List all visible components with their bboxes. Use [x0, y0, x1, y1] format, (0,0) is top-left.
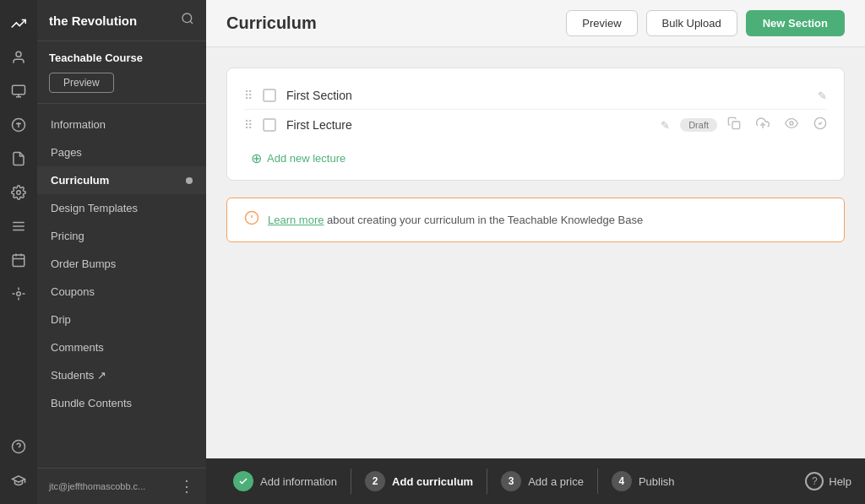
learn-more-link[interactable]: Learn more — [268, 214, 324, 226]
info-banner: Learn more about creating your curriculu… — [226, 198, 845, 242]
step-1[interactable]: Add information — [220, 458, 351, 504]
add-lecture-button[interactable]: ⊕ Add new lecture — [244, 140, 827, 166]
draft-badge: Draft — [680, 118, 717, 132]
sidebar-preview-button[interactable]: Preview — [49, 73, 114, 93]
svg-point-0 — [16, 51, 21, 57]
sidebar: the Revolution Teachable Course Preview … — [37, 0, 206, 504]
step-3[interactable]: 3 Add a price — [487, 458, 597, 504]
svg-point-15 — [17, 292, 21, 296]
svg-point-7 — [17, 191, 21, 195]
sidebar-item-design-templates[interactable]: Design Templates — [37, 194, 206, 222]
sidebar-item-pricing[interactable]: Pricing — [37, 222, 206, 250]
sidebar-item-drip[interactable]: Drip — [37, 306, 206, 333]
curriculum-content: ⠿ First Section ✎ ⠿ First Lecture ✎ Draf… — [206, 47, 865, 458]
step-4-label: Publish — [639, 475, 675, 488]
nav-icon-hub[interactable] — [3, 279, 34, 309]
svg-point-22 — [182, 14, 192, 23]
sidebar-nav: Information Pages Curriculum Design Temp… — [37, 104, 206, 468]
header-actions: Preview Bulk Upload New Section — [566, 10, 845, 36]
help-circle-icon: ? — [805, 472, 824, 490]
sidebar-item-students[interactable]: Students ↗ — [37, 361, 206, 389]
new-section-button[interactable]: New Section — [746, 10, 845, 36]
app-title: the Revolution — [49, 14, 137, 28]
course-title: Teachable Course — [49, 51, 194, 64]
sidebar-item-information[interactable]: Information — [37, 111, 206, 138]
more-icon[interactable]: ⋮ — [179, 477, 194, 496]
section-card: ⠿ First Section ✎ ⠿ First Lecture ✎ Draf… — [226, 68, 845, 181]
nav-icon-question[interactable] — [3, 431, 34, 462]
search-icon[interactable] — [181, 12, 194, 29]
nav-icon-bars[interactable] — [3, 211, 34, 241]
step-3-num: 3 — [501, 471, 521, 491]
step-1-num — [233, 471, 253, 491]
section-row: ⠿ First Section ✎ — [244, 82, 827, 109]
footer-email: jtc@jeffthomascobb.c... — [49, 481, 145, 491]
main-content: Curriculum Preview Bulk Upload New Secti… — [206, 0, 865, 504]
nav-icon-monitor[interactable] — [3, 76, 34, 106]
bulk-upload-button[interactable]: Bulk Upload — [646, 10, 737, 36]
svg-rect-1 — [13, 85, 25, 95]
page-title: Curriculum — [226, 14, 317, 33]
svg-line-23 — [190, 21, 193, 24]
check-circle-icon[interactable] — [813, 117, 827, 133]
step-4-num: 4 — [612, 471, 632, 491]
section-edit-icon[interactable]: ✎ — [818, 89, 827, 102]
step-4[interactable]: 4 Publish — [598, 458, 688, 504]
sidebar-item-pages[interactable]: Pages — [37, 138, 206, 166]
nav-icon-user[interactable] — [3, 42, 34, 73]
bottom-bar: Add information 2 Add curriculum 3 Add a… — [206, 458, 865, 504]
info-icon — [244, 210, 259, 230]
sidebar-item-coupons[interactable]: Coupons — [37, 278, 206, 306]
drag-handle-section[interactable]: ⠿ — [244, 89, 253, 102]
course-section: Teachable Course Preview — [37, 41, 206, 104]
nav-icon-trend[interactable] — [3, 8, 34, 39]
icon-bar — [0, 0, 37, 504]
plus-circle-icon: ⊕ — [251, 150, 262, 166]
help-label: Help — [829, 475, 851, 488]
lecture-edit-icon[interactable]: ✎ — [661, 119, 670, 132]
lecture-row: ⠿ First Lecture ✎ Draft — [244, 109, 827, 140]
lecture-checkbox[interactable] — [263, 118, 276, 132]
nav-icon-pages[interactable] — [3, 144, 34, 174]
active-indicator — [186, 177, 193, 184]
svg-point-26 — [790, 122, 793, 125]
nav-icon-calendar[interactable] — [3, 245, 34, 275]
help-button[interactable]: ? Help — [805, 472, 851, 490]
upload-icon[interactable] — [756, 117, 770, 133]
sidebar-item-order-bumps[interactable]: Order Bumps — [37, 250, 206, 278]
copy-icon[interactable] — [727, 117, 741, 133]
step-2-num: 2 — [365, 471, 385, 491]
step-3-label: Add a price — [528, 475, 584, 488]
nav-icon-graduate[interactable] — [3, 465, 34, 496]
sidebar-item-comments[interactable]: Comments — [37, 333, 206, 361]
step-1-label: Add information — [260, 475, 337, 488]
svg-rect-11 — [13, 255, 24, 267]
sidebar-item-bundle-contents[interactable]: Bundle Contents — [37, 389, 206, 417]
drag-handle-lecture[interactable]: ⠿ — [244, 118, 253, 132]
svg-rect-24 — [732, 122, 740, 129]
sidebar-footer: jtc@jeffthomascobb.c... ⋮ — [37, 468, 206, 504]
eye-icon[interactable] — [785, 117, 798, 133]
section-title: First Section — [286, 89, 808, 102]
info-banner-text: Learn more about creating your curriculu… — [268, 214, 643, 226]
nav-icon-dollar[interactable] — [3, 110, 34, 140]
sidebar-header: the Revolution — [37, 0, 206, 41]
icon-bar-bottom — [3, 431, 34, 496]
nav-icon-gear[interactable] — [3, 177, 34, 208]
sidebar-item-curriculum[interactable]: Curriculum — [37, 166, 206, 194]
lecture-actions — [727, 117, 827, 133]
lecture-title: First Lecture — [286, 118, 650, 132]
main-header: Curriculum Preview Bulk Upload New Secti… — [206, 0, 865, 47]
preview-button[interactable]: Preview — [566, 10, 637, 36]
section-checkbox[interactable] — [263, 89, 276, 102]
step-2-label: Add curriculum — [392, 475, 473, 488]
step-2[interactable]: 2 Add curriculum — [351, 458, 487, 504]
